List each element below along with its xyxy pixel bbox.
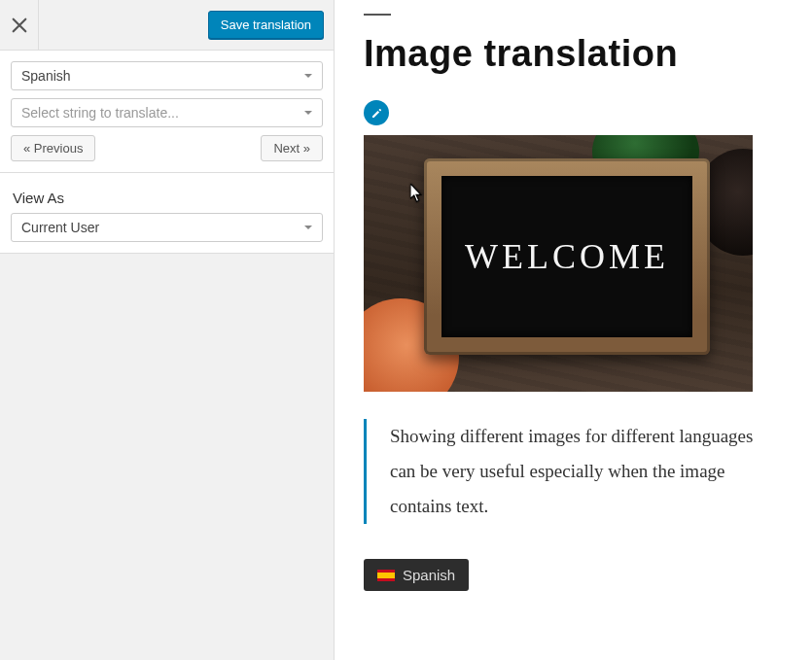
view-as-panel: View As Current User: [0, 173, 334, 254]
sidebar-topbar: Save translation: [0, 0, 334, 51]
previous-button[interactable]: « Previous: [11, 135, 95, 161]
close-button[interactable]: [0, 0, 39, 51]
hero-image[interactable]: WELCOME: [364, 135, 753, 392]
chalkboard: WELCOME: [424, 158, 710, 355]
close-icon: [11, 17, 28, 34]
language-select[interactable]: Spanish: [11, 61, 323, 90]
pencil-icon: [371, 107, 383, 120]
language-switcher[interactable]: Spanish: [364, 559, 469, 591]
translation-sidebar: Save translation Spanish Select string t…: [0, 0, 335, 660]
chalkboard-text: WELCOME: [441, 176, 692, 337]
next-button[interactable]: Next »: [261, 135, 323, 161]
view-as-select[interactable]: Current User: [11, 213, 323, 242]
flag-spain-icon: [377, 570, 395, 581]
preview-pane: Image translation WELCOME Showing differ…: [335, 0, 812, 660]
divider: [364, 14, 391, 16]
translate-panel: Spanish Select string to translate... « …: [0, 51, 334, 173]
page-title: Image translation: [364, 33, 783, 75]
language-switcher-label: Spanish: [403, 567, 455, 583]
string-nav: « Previous Next »: [11, 135, 323, 161]
mouse-cursor-icon: [410, 184, 423, 202]
save-translation-button[interactable]: Save translation: [208, 11, 324, 39]
edit-image-button[interactable]: [364, 100, 389, 125]
blockquote: Showing different images for different l…: [364, 419, 783, 524]
view-as-label: View As: [13, 190, 323, 206]
string-select[interactable]: Select string to translate...: [11, 98, 323, 127]
